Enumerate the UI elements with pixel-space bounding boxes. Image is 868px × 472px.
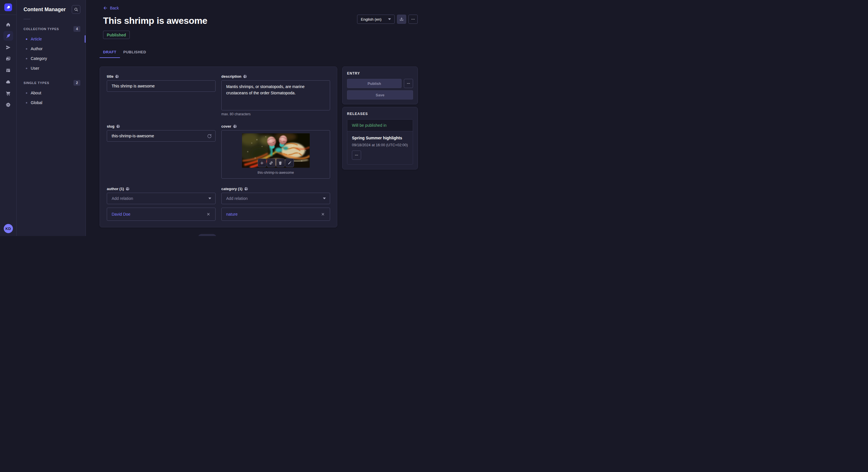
regenerate-slug-button[interactable]: [205, 131, 214, 140]
delete-asset-button[interactable]: [276, 159, 285, 167]
nav-home-button[interactable]: [3, 20, 13, 29]
close-icon: [321, 212, 324, 216]
relation-link[interactable]: David Doe: [112, 212, 130, 216]
content-row: title description: [100, 67, 434, 227]
remove-relation-button[interactable]: [319, 210, 327, 218]
nav-content-manager-button[interactable]: [3, 31, 13, 41]
field-label-text: category (1): [221, 187, 243, 191]
nav-content-type-builder-button[interactable]: [3, 65, 13, 75]
section-label: COLLECTION TYPES: [24, 27, 59, 31]
globe-icon: [243, 74, 247, 78]
sidebar-header: Content Manager: [17, 5, 86, 14]
tab-published[interactable]: PUBLISHED: [120, 47, 150, 58]
tab-draft[interactable]: DRAFT: [100, 47, 120, 58]
releases-panel-label: RELEASES: [347, 112, 413, 116]
layout-icon: [5, 68, 11, 73]
cover-action-bar: [258, 159, 294, 167]
nav-marketplace-button[interactable]: [3, 88, 13, 98]
locale-value: English (en): [361, 17, 381, 22]
sidebar-item-global[interactable]: Global: [17, 98, 86, 107]
field-author: author (1) Add relation David Doe: [107, 187, 216, 221]
version-tabs: DRAFT PUBLISHED: [100, 47, 434, 58]
link-icon: [269, 161, 273, 165]
save-button[interactable]: Save: [347, 90, 413, 100]
arrow-left-icon: [103, 6, 107, 10]
back-link[interactable]: Back: [103, 6, 119, 10]
user-avatar[interactable]: KD: [4, 224, 13, 233]
bullet-icon: [26, 38, 27, 40]
locale-select[interactable]: English (en): [357, 14, 395, 24]
bottom-partial-button[interactable]: [198, 234, 216, 236]
search-button[interactable]: [72, 5, 81, 14]
pencil-icon: [287, 161, 291, 165]
field-label-text: title: [107, 74, 113, 78]
release-more-button[interactable]: [352, 150, 361, 160]
release-name: Spring Summer highlights: [352, 136, 408, 140]
field-label-text: slug: [107, 124, 115, 129]
sidebar-item-about[interactable]: About: [17, 88, 86, 98]
search-icon: [74, 7, 79, 12]
edit-asset-button[interactable]: [285, 159, 294, 167]
nav-releases-button[interactable]: [3, 42, 13, 52]
releases-panel: RELEASES Will be published in Spring Sum…: [342, 107, 418, 169]
field-slug: slug: [107, 124, 216, 142]
field-description: description Mantis shrimps, or stomatopo…: [221, 74, 330, 116]
ellipsis-icon: [406, 81, 410, 86]
sidebar-title: Content Manager: [24, 7, 66, 12]
chevron-down-icon: [208, 198, 211, 199]
nav-settings-button[interactable]: [3, 100, 13, 109]
release-status: Will be published in: [347, 120, 413, 131]
globe-icon: [126, 187, 129, 191]
description-hint: max. 80 characters: [221, 112, 330, 116]
nav-media-library-button[interactable]: [3, 54, 13, 64]
refresh-icon: [207, 134, 212, 138]
sidebar-item-author[interactable]: Author: [17, 44, 86, 54]
remove-relation-button[interactable]: [205, 210, 212, 218]
strapi-logo[interactable]: [4, 3, 12, 11]
sidebar-item-label: Global: [31, 100, 42, 105]
relation-link[interactable]: nature: [226, 212, 238, 216]
status-badge: Published: [103, 31, 130, 39]
ellipsis-icon: [354, 153, 359, 157]
publish-button[interactable]: Publish: [347, 79, 402, 88]
sidebar-item-category[interactable]: Category: [17, 54, 86, 63]
gear-icon: [5, 102, 11, 107]
release-card: Will be published in Spring Summer highl…: [347, 119, 413, 165]
download-button[interactable]: [397, 14, 406, 24]
field-label-text: author (1): [107, 187, 124, 191]
slug-input[interactable]: [107, 130, 216, 142]
chevron-down-icon: [388, 19, 391, 20]
trash-icon: [278, 161, 282, 165]
plus-icon: [260, 161, 264, 165]
sidebar-item-user[interactable]: User: [17, 63, 86, 73]
section-count-badge: 2: [73, 80, 81, 86]
bullet-icon: [26, 48, 27, 49]
category-relation-combobox[interactable]: Add relation: [221, 193, 330, 204]
globe-icon: [115, 74, 119, 78]
description-textarea[interactable]: Mantis shrimps, or stomatopods, are mari…: [221, 80, 330, 110]
active-item-indicator: [85, 35, 86, 43]
shopping-cart-icon: [5, 91, 11, 96]
copy-link-button[interactable]: [267, 159, 276, 167]
cover-image[interactable]: [242, 133, 310, 168]
rail-divider: [0, 14, 17, 15]
add-asset-button[interactable]: [258, 159, 267, 167]
author-relation-combobox[interactable]: Add relation: [107, 193, 216, 204]
cover-asset-card: this-shrimp-is-awesome: [221, 130, 330, 179]
sidebar-item-article[interactable]: Article: [17, 34, 86, 44]
sidebar-item-label: Category: [31, 56, 47, 61]
entry-more-button[interactable]: [404, 79, 413, 88]
bullet-icon: [26, 92, 27, 94]
nav-cloud-button[interactable]: [3, 77, 13, 87]
header-actions: English (en): [357, 14, 417, 24]
app-window: KD Content Manager COLLECTION TYPES 4 Ar…: [0, 0, 434, 236]
sidebar-divider: [24, 19, 30, 19]
section-label: SINGLE TYPES: [24, 81, 50, 85]
images-icon: [5, 56, 11, 62]
bullet-icon: [26, 102, 27, 103]
globe-icon: [116, 125, 120, 128]
header-more-button[interactable]: [408, 14, 417, 24]
field-label-text: description: [221, 74, 241, 78]
side-column: ENTRY Publish Save RELEASES Wil: [342, 67, 418, 169]
title-input[interactable]: [107, 80, 216, 92]
